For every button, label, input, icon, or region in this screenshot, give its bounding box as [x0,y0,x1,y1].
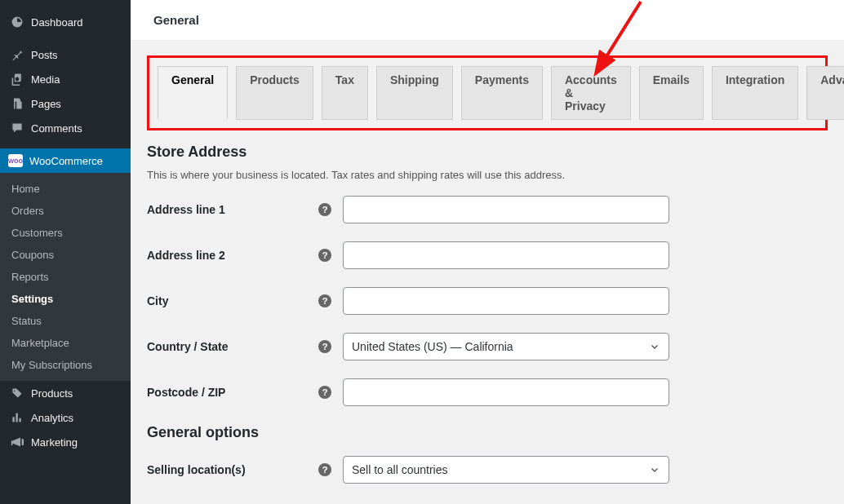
tab-accounts-privacy[interactable]: Accounts & Privacy [551,66,631,120]
select-selling-locations[interactable]: Sell to all countries [343,456,669,484]
select-country-state[interactable]: United States (US) — California [343,333,669,360]
tab-integration[interactable]: Integration [712,66,798,120]
tab-payments[interactable]: Payments [461,66,543,120]
section-general-options-title: General options [147,424,828,441]
select-value: Sell to all countries [352,463,448,476]
analytics-icon [8,411,26,424]
tab-emails[interactable]: Emails [639,66,704,120]
label-city: City [147,294,318,307]
page-title: General [131,0,844,41]
label-postcode: Postcode / ZIP [147,386,318,399]
sidebar-item-label: Analytics [31,412,73,424]
sub-item-reports[interactable]: Reports [0,266,131,288]
admin-sidebar: Dashboard Posts Media Pages Comments woo… [0,0,131,504]
chevron-down-icon [649,464,660,475]
sidebar-item-label: Marketing [31,436,78,449]
sidebar-item-posts[interactable]: Posts [0,42,131,67]
sidebar-item-label: Media [31,73,60,86]
sidebar-item-pages[interactable]: Pages [0,91,131,116]
sub-item-coupons[interactable]: Coupons [0,244,131,266]
label-country-state: Country / State [147,340,318,353]
tab-general[interactable]: General [158,66,228,120]
input-address-line-2[interactable] [343,241,669,269]
input-city[interactable] [343,287,669,315]
section-store-address-desc: This is where your business is located. … [147,169,828,181]
sub-item-home[interactable]: Home [0,178,131,200]
sidebar-item-analytics[interactable]: Analytics [0,405,131,430]
sub-item-status[interactable]: Status [0,310,131,332]
section-store-address-title: Store Address [147,144,828,161]
pages-icon [8,97,26,110]
sidebar-item-woocommerce[interactable]: woo WooCommerce [0,148,131,173]
help-icon[interactable]: ? [318,203,331,216]
media-icon [8,73,26,86]
sidebar-item-label: Dashboard [31,16,83,29]
woo-icon: woo [8,154,23,167]
sidebar-item-media[interactable]: Media [0,67,131,91]
sidebar-item-marketing[interactable]: Marketing [0,430,131,454]
help-icon[interactable]: ? [318,340,331,353]
sidebar-item-comments[interactable]: Comments [0,116,131,140]
label-selling-locations: Selling location(s) [147,463,318,476]
help-icon[interactable]: ? [318,249,331,262]
sidebar-item-label: Products [31,387,73,400]
help-icon[interactable]: ? [318,386,331,399]
woocommerce-submenu: Home Orders Customers Coupons Reports Se… [0,173,131,381]
sub-item-marketplace[interactable]: Marketplace [0,332,131,354]
help-icon[interactable]: ? [318,294,331,307]
dashboard-icon [8,15,26,29]
sidebar-item-label: Posts [31,49,58,61]
label-address-line-1: Address line 1 [147,203,318,216]
main-content: General General Products Tax Shipping Pa… [131,0,844,504]
help-icon[interactable]: ? [318,463,331,476]
chevron-down-icon [649,341,660,352]
tab-shipping[interactable]: Shipping [376,66,453,120]
sub-item-orders[interactable]: Orders [0,200,131,222]
sidebar-item-label: WooCommerce [29,155,103,167]
sub-item-customers[interactable]: Customers [0,222,131,244]
settings-tabs: General Products Tax Shipping Payments A… [147,55,828,130]
sub-item-settings[interactable]: Settings [0,288,131,310]
sidebar-item-products[interactable]: Products [0,381,131,405]
tab-tax[interactable]: Tax [322,66,368,120]
input-address-line-1[interactable] [343,196,669,223]
sidebar-item-label: Comments [31,122,82,135]
tab-advanced[interactable]: Advanced [806,66,844,120]
select-value: United States (US) — California [352,340,513,353]
tab-products[interactable]: Products [236,66,313,120]
marketing-icon [8,435,26,449]
label-address-line-2: Address line 2 [147,249,318,262]
sidebar-item-dashboard[interactable]: Dashboard [0,10,131,34]
products-icon [8,387,26,400]
input-postcode[interactable] [343,378,669,406]
sidebar-item-label: Pages [31,98,61,110]
sub-item-my-subscriptions[interactable]: My Subscriptions [0,354,131,376]
comment-icon [8,122,26,135]
pin-icon [8,48,26,61]
